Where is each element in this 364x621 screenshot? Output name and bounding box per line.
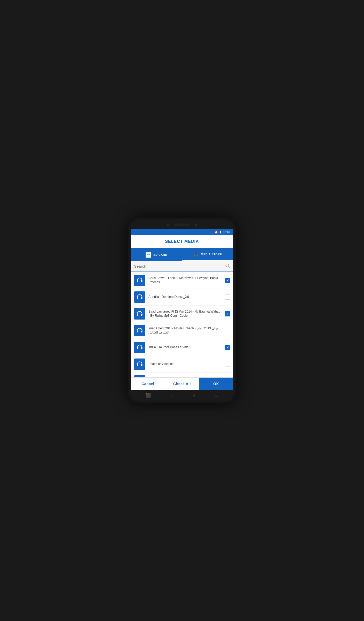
item-checkbox[interactable] [225, 294, 230, 300]
item-thumbnail [134, 325, 145, 336]
search-input[interactable] [134, 264, 223, 268]
speaker-grille [174, 224, 190, 226]
sensor-dot [195, 224, 197, 226]
tab-sd-card-label: SD CARD [153, 253, 167, 256]
list-item: Indila - Tourner Dans Le Vide [131, 339, 233, 356]
back-nav-icon[interactable]: ← [170, 393, 174, 398]
home-nav-icon[interactable]: ⌂ [193, 393, 196, 397]
tab-media-store[interactable]: 🎧 MEDIA STORE [182, 248, 233, 261]
sd-card-icon: SD [146, 252, 151, 258]
dialog-title-text: SELECT MEDIA [165, 239, 199, 244]
list-item: Radio 023 [131, 373, 233, 377]
status-bar: ⏰ ▮ 06:40 [131, 229, 233, 235]
item-title: Imen Cherif 2013- Moula Echech - مولى 20… [148, 327, 222, 335]
item-thumbnail [134, 291, 145, 303]
phone-device: ⏰ ▮ 06:40 SELECT MEDIA SD SD CARD 🎧 MEDI… [128, 218, 236, 403]
item-thumbnail [134, 375, 145, 377]
svg-point-0 [226, 264, 229, 267]
list-item: Peace or Violence [131, 356, 233, 372]
recents-nav-icon[interactable]: ▭ [215, 393, 218, 398]
ok-button[interactable]: OK [199, 378, 233, 390]
battery-icon: ▮ [220, 230, 221, 234]
item-thumbnail [134, 275, 145, 286]
search-bar [131, 261, 233, 272]
tab-bar: SD SD CARD 🎧 MEDIA STORE [131, 248, 233, 261]
item-title: Peace or Violence [148, 362, 222, 366]
list-item: Imen Cherif 2013- Moula Echech - مولى 20… [131, 322, 233, 339]
media-list: Chris Brown - Look At Me Now ft. Lil Way… [131, 272, 233, 377]
camera-dot [167, 224, 169, 226]
item-checkbox[interactable] [225, 345, 230, 350]
list-item: Chris Brown - Look At Me Now ft. Lil Way… [131, 272, 233, 289]
headphones-icon: 🎧 [193, 251, 199, 257]
item-thumbnail [134, 359, 145, 370]
item-title: A-Indila - Dernière Danse_X8 [148, 295, 222, 299]
camera-nav-icon[interactable]: ⬛ [146, 393, 151, 398]
phone-screen: ⏰ ▮ 06:40 SELECT MEDIA SD SD CARD 🎧 MEDI… [131, 221, 233, 400]
dialog-footer: Cancel Check All OK [131, 377, 233, 390]
search-icon[interactable] [225, 263, 230, 269]
status-time: 06:40 [223, 230, 230, 234]
tab-media-store-label: MEDIA STORE [201, 253, 222, 256]
cancel-button[interactable]: Cancel [131, 378, 165, 390]
dialog-title-bar: SELECT MEDIA [131, 235, 233, 248]
svg-line-1 [228, 267, 230, 268]
select-media-dialog: SELECT MEDIA SD SD CARD 🎧 MEDIA STORE [131, 235, 233, 390]
item-checkbox[interactable] [225, 278, 230, 283]
list-item: A-Indila - Dernière Danse_X8 [131, 289, 233, 305]
item-thumbnail [134, 308, 145, 320]
tab-sd-card[interactable]: SD SD CARD [131, 249, 182, 261]
item-thumbnail [134, 342, 145, 353]
alarm-icon: ⏰ [215, 230, 218, 234]
phone-top-bar [131, 221, 233, 229]
item-title: Indila - Tourner Dans Le Vide [148, 345, 222, 349]
check-all-button[interactable]: Check All [165, 378, 199, 390]
item-title: Chris Brown - Look At Me Now ft. Lil Way… [148, 276, 222, 284]
list-item: Saad Lamjarred Ft Dj Van 2014 - Nti Bagh… [131, 306, 233, 322]
nav-bar: ⬛ ← ⌂ ▭ [131, 390, 233, 400]
item-checkbox[interactable] [225, 328, 230, 333]
item-title: Saad Lamjarred Ft Dj Van 2014 - Nti Bagh… [148, 310, 222, 318]
item-checkbox[interactable] [225, 362, 230, 367]
item-checkbox[interactable] [225, 311, 230, 316]
